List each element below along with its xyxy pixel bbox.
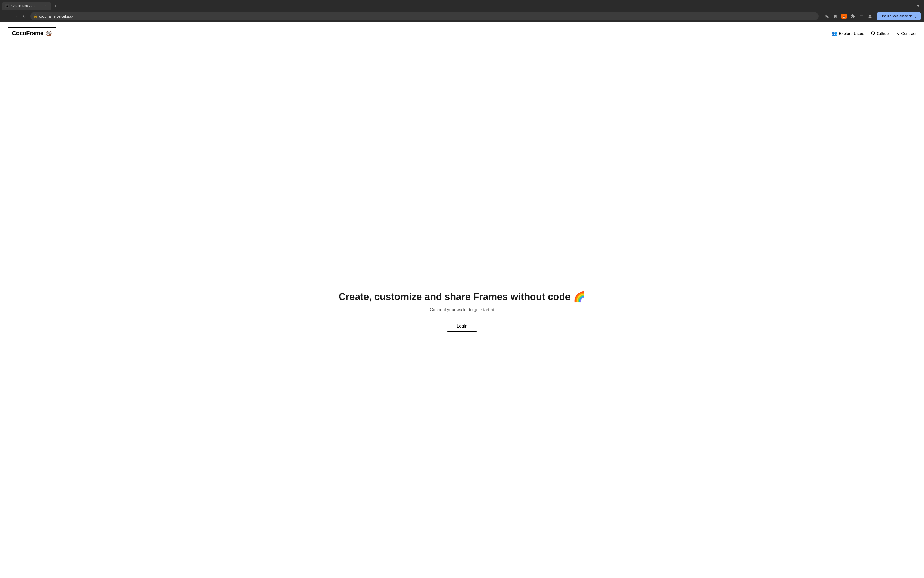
tab-title: Create Next App xyxy=(11,4,41,8)
tab-bar: ▲ Create Next App × + ▾ xyxy=(0,0,924,10)
tab-dropdown-button[interactable]: ▾ xyxy=(914,2,922,10)
logo-emoji: 🥥 xyxy=(45,30,52,36)
github-icon xyxy=(871,31,875,36)
bookmark-button[interactable] xyxy=(832,13,839,20)
nav-buttons: ← → ↻ xyxy=(3,13,28,20)
tab-favicon: ▲ xyxy=(5,4,9,8)
logo-box: CocoFrame 🥥 xyxy=(8,27,56,39)
logo-text: CocoFrame xyxy=(12,30,44,37)
contract-label: Contract xyxy=(901,31,916,36)
explore-users-link[interactable]: 👥 Explore Users xyxy=(832,31,864,36)
browser-chrome: ▲ Create Next App × + ▾ ← → ↻ 🔒 cocofram… xyxy=(0,0,924,22)
hero-title: Create, customize and share Frames witho… xyxy=(338,291,585,303)
address-bar: ← → ↻ 🔒 cocoframe.vercel.app 🦊 xyxy=(0,10,924,22)
hero-subtitle: Connect your wallet to get started xyxy=(430,307,494,312)
translate-button[interactable] xyxy=(823,13,830,20)
new-tab-button[interactable]: + xyxy=(52,2,60,10)
login-button[interactable]: Login xyxy=(447,321,477,332)
logo-container[interactable]: CocoFrame 🥥 xyxy=(8,27,56,39)
contract-search-icon xyxy=(895,31,900,36)
active-tab[interactable]: ▲ Create Next App × xyxy=(2,2,51,10)
profile-button[interactable] xyxy=(866,13,874,20)
extension-fox-button[interactable]: 🦊 xyxy=(840,13,848,20)
extensions-button[interactable] xyxy=(849,13,856,20)
explore-users-icon: 👥 xyxy=(832,31,837,36)
tab-close-button[interactable]: × xyxy=(43,4,47,8)
forward-button[interactable]: → xyxy=(12,13,19,20)
explore-users-label: Explore Users xyxy=(839,31,864,36)
url-text: cocoframe.vercel.app xyxy=(39,14,73,18)
nav-links: 👥 Explore Users Github Contract xyxy=(832,31,916,36)
finalize-menu-icon: ⋮ xyxy=(914,14,918,18)
page-content: CocoFrame 🥥 👥 Explore Users Github Contr… xyxy=(0,22,924,578)
url-bar[interactable]: 🔒 cocoframe.vercel.app xyxy=(30,12,819,20)
secure-icon: 🔒 xyxy=(34,14,37,18)
hero-section: Create, customize and share Frames witho… xyxy=(0,44,924,578)
site-header: CocoFrame 🥥 👥 Explore Users Github Contr… xyxy=(0,22,924,44)
finalize-update-button[interactable]: Finalizar actualización ⋮ xyxy=(877,13,921,20)
reload-button[interactable]: ↻ xyxy=(21,13,28,20)
github-label: Github xyxy=(877,31,888,36)
fox-icon: 🦊 xyxy=(841,13,847,19)
browser-actions: 🦊 xyxy=(823,13,874,20)
github-link[interactable]: Github xyxy=(871,31,888,36)
sidebar-button[interactable] xyxy=(858,13,865,20)
contract-link[interactable]: Contract xyxy=(895,31,916,36)
back-button[interactable]: ← xyxy=(3,13,11,20)
